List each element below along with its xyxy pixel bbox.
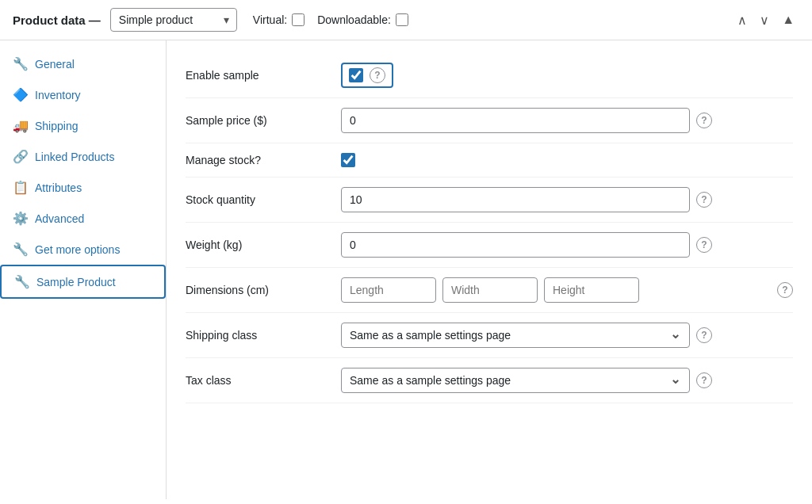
product-data-header: Product data — Simple product Virtual: D…: [0, 0, 812, 40]
control-dimensions: ?: [341, 277, 793, 303]
form-row-shipping-class: Shipping class Same as a sample settings…: [186, 313, 793, 358]
main-layout: 🔧 General 🔷 Inventory 🚚 Shipping 🔗 Linke…: [0, 40, 812, 499]
arrow-up-button[interactable]: ∧: [733, 11, 752, 29]
control-manage-stock: [341, 153, 793, 167]
tax-class-help-icon[interactable]: ?: [696, 372, 712, 388]
shipping-class-select[interactable]: Same as a sample settings page: [341, 323, 690, 348]
virtual-checkbox[interactable]: [292, 13, 304, 26]
tax-class-wrapper[interactable]: Same as a sample settings page: [341, 368, 690, 393]
manage-stock-checkbox[interactable]: [341, 153, 355, 167]
control-enable-sample: ?: [341, 63, 793, 88]
sample-price-help-icon[interactable]: ?: [696, 113, 712, 128]
stock-quantity-input[interactable]: [341, 187, 690, 212]
sidebar-label-general: General: [35, 58, 75, 71]
dimensions-inputs: [341, 277, 771, 303]
label-manage-stock: Manage stock?: [186, 154, 328, 166]
label-enable-sample: Enable sample: [186, 69, 328, 82]
shipping-class-wrapper[interactable]: Same as a sample settings page: [341, 323, 690, 348]
inventory-icon: 🔷: [13, 87, 29, 102]
control-tax-class: Same as a sample settings page ?: [341, 368, 793, 393]
dimensions-help-icon[interactable]: ?: [777, 282, 793, 298]
sidebar-label-shipping: Shipping: [35, 120, 79, 132]
header-options: Virtual: Downloadable:: [253, 13, 408, 26]
content-area: Enable sample ? Sample price ($) ? Manag…: [167, 40, 812, 499]
sidebar-label-get-more-options: Get more options: [35, 243, 120, 256]
label-weight: Weight (kg): [186, 239, 328, 251]
tax-class-select[interactable]: Same as a sample settings page: [341, 368, 690, 393]
height-input[interactable]: [544, 277, 639, 303]
sidebar-item-get-more-options[interactable]: 🔧 Get more options: [0, 234, 166, 265]
get-more-icon: 🔧: [13, 242, 29, 257]
sample-price-input[interactable]: [341, 108, 690, 133]
control-weight: ?: [341, 232, 793, 258]
virtual-option[interactable]: Virtual:: [253, 13, 304, 26]
virtual-label: Virtual:: [253, 13, 287, 26]
sidebar-item-shipping[interactable]: 🚚 Shipping: [0, 110, 166, 141]
downloadable-checkbox[interactable]: [396, 13, 408, 26]
header-arrows: ∧ ∨ ▲: [733, 11, 799, 29]
enable-sample-checkbox[interactable]: [349, 68, 363, 82]
label-tax-class: Tax class: [186, 374, 328, 387]
stock-quantity-help-icon[interactable]: ?: [696, 192, 712, 208]
label-shipping-class: Shipping class: [186, 329, 328, 342]
enable-sample-box: ?: [341, 63, 393, 88]
label-stock-quantity: Stock quantity: [186, 193, 328, 206]
label-dimensions: Dimensions (cm): [186, 284, 328, 296]
sidebar-item-attributes[interactable]: 📋 Attributes: [0, 172, 166, 203]
weight-input[interactable]: [341, 232, 690, 258]
link-icon: 🔗: [13, 149, 29, 164]
weight-help-icon[interactable]: ?: [696, 237, 712, 253]
sidebar-label-sample-product: Sample Product: [36, 276, 116, 288]
form-row-stock-quantity: Stock quantity ?: [186, 178, 793, 223]
sidebar-item-advanced[interactable]: ⚙️ Advanced: [0, 203, 166, 234]
sidebar-item-sample-product[interactable]: 🔧 Sample Product: [0, 265, 166, 299]
downloadable-label: Downloadable:: [317, 13, 391, 26]
sidebar: 🔧 General 🔷 Inventory 🚚 Shipping 🔗 Linke…: [0, 40, 167, 499]
sidebar-label-inventory: Inventory: [35, 89, 81, 101]
control-shipping-class: Same as a sample settings page ?: [341, 323, 793, 348]
control-sample-price: ?: [341, 108, 793, 133]
form-row-weight: Weight (kg) ?: [186, 223, 793, 268]
downloadable-option[interactable]: Downloadable:: [317, 13, 408, 26]
form-row-manage-stock: Manage stock?: [186, 143, 793, 178]
form-row-dimensions: Dimensions (cm) ?: [186, 268, 793, 313]
shipping-class-help-icon[interactable]: ?: [696, 327, 712, 343]
form-row-sample-price: Sample price ($) ?: [186, 98, 793, 143]
enable-sample-help-icon[interactable]: ?: [370, 67, 385, 83]
sidebar-item-inventory[interactable]: 🔷 Inventory: [0, 79, 166, 110]
sidebar-label-linked-products: Linked Products: [35, 151, 114, 163]
sample-product-icon: 🔧: [14, 274, 30, 289]
width-input[interactable]: [442, 277, 538, 303]
control-stock-quantity: ?: [341, 187, 793, 212]
gear-icon: ⚙️: [13, 211, 29, 226]
shipping-icon: 🚚: [13, 118, 29, 133]
product-data-title: Product data —: [13, 13, 101, 27]
arrow-collapse-button[interactable]: ▲: [777, 11, 799, 29]
sidebar-label-attributes: Attributes: [35, 181, 82, 194]
wrench-icon: 🔧: [13, 56, 29, 71]
attributes-icon: 📋: [13, 180, 29, 195]
form-row-tax-class: Tax class Same as a sample settings page…: [186, 358, 793, 403]
sidebar-item-general[interactable]: 🔧 General: [0, 48, 166, 79]
length-input[interactable]: [341, 277, 436, 303]
sidebar-item-linked-products[interactable]: 🔗 Linked Products: [0, 141, 166, 172]
product-type-select[interactable]: Simple product: [110, 8, 237, 32]
sidebar-label-advanced: Advanced: [35, 212, 84, 225]
label-sample-price: Sample price ($): [186, 114, 328, 127]
form-row-enable-sample: Enable sample ?: [186, 53, 793, 98]
product-type-wrapper[interactable]: Simple product: [110, 8, 237, 32]
arrow-down-button[interactable]: ∨: [755, 11, 774, 29]
